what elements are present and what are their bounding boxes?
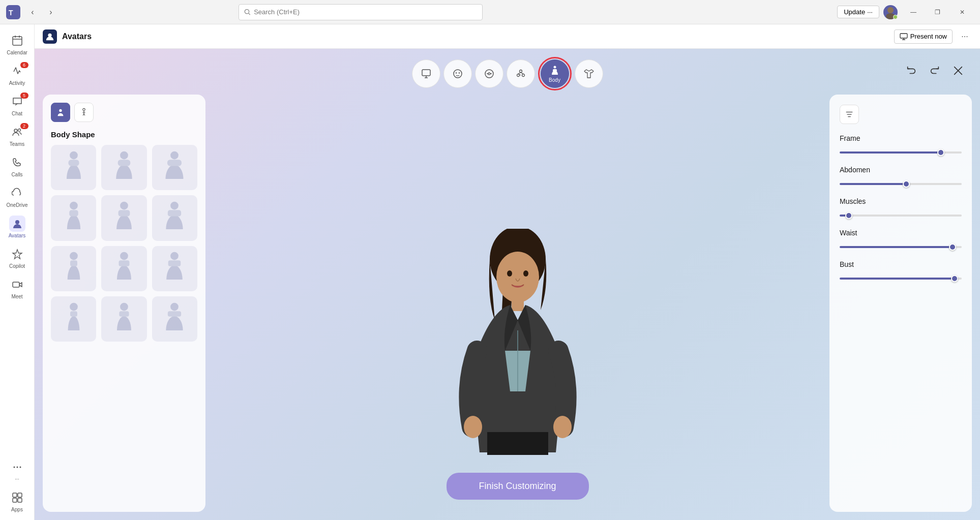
waist-slider[interactable] bbox=[840, 246, 962, 248]
muscles-slider[interactable] bbox=[840, 215, 962, 217]
svg-point-4 bbox=[887, 7, 894, 13]
sidebar-item-copilot[interactable]: Copilot bbox=[2, 242, 33, 272]
body-shape-5[interactable] bbox=[101, 195, 146, 240]
update-button[interactable]: Update ··· bbox=[837, 6, 879, 18]
sidebar-item-copilot-label: Copilot bbox=[9, 263, 25, 269]
back-button[interactable]: ‹ bbox=[24, 4, 41, 20]
svg-point-28 bbox=[488, 73, 490, 75]
face-icon bbox=[452, 68, 463, 79]
body-shape-9[interactable] bbox=[152, 246, 197, 291]
svg-point-54 bbox=[170, 252, 179, 260]
svg-text:T: T bbox=[9, 9, 13, 17]
sidebar-item-calls[interactable]: Calls bbox=[2, 150, 33, 181]
svg-rect-23 bbox=[422, 70, 430, 76]
svg-point-10 bbox=[14, 129, 17, 132]
apps-icon bbox=[9, 490, 25, 506]
bust-slider[interactable] bbox=[840, 278, 962, 280]
tab-body-pose[interactable] bbox=[74, 103, 94, 122]
svg-point-42 bbox=[170, 151, 179, 159]
body-shape-8[interactable] bbox=[101, 246, 146, 291]
tool-face-button[interactable] bbox=[443, 59, 472, 88]
sidebar-item-avatars[interactable]: Avatars bbox=[2, 211, 33, 242]
sidebar-item-calendar[interactable]: Calendar bbox=[2, 28, 33, 59]
body-shape-4[interactable] bbox=[51, 195, 96, 240]
present-icon bbox=[900, 33, 908, 41]
sidebar-item-more[interactable]: ··· bbox=[2, 455, 33, 485]
svg-point-31 bbox=[522, 74, 524, 77]
left-panel: Body Shape bbox=[43, 95, 205, 512]
body-shape-12[interactable] bbox=[152, 296, 197, 342]
copilot-icon bbox=[9, 246, 25, 262]
body-shape-10[interactable] bbox=[51, 296, 96, 342]
svg-rect-43 bbox=[167, 160, 182, 166]
body-shape-11[interactable] bbox=[101, 296, 146, 342]
frame-label: Frame bbox=[840, 134, 962, 142]
waist-slider-group: Waist bbox=[840, 229, 962, 250]
sidebar-item-more-label: ··· bbox=[15, 476, 19, 482]
svg-rect-13 bbox=[13, 282, 19, 287]
svg-rect-47 bbox=[118, 210, 130, 216]
sidebar-item-onedrive-label: OneDrive bbox=[6, 202, 27, 208]
present-now-button[interactable]: Present now bbox=[894, 29, 953, 44]
sidebar-item-apps[interactable]: Apps bbox=[2, 485, 33, 516]
svg-point-2 bbox=[245, 9, 249, 13]
undo-button[interactable] bbox=[902, 61, 921, 80]
sidebar-item-apps-label: Apps bbox=[11, 507, 23, 512]
close-editor-icon bbox=[953, 65, 964, 76]
body-shape-3[interactable] bbox=[152, 145, 197, 190]
onedrive-icon bbox=[9, 185, 25, 201]
avatar-figure bbox=[447, 229, 589, 473]
tool-body-button[interactable]: Body bbox=[541, 59, 569, 88]
svg-point-65 bbox=[523, 270, 528, 277]
sidebar-item-activity[interactable]: 6 Activity bbox=[2, 59, 33, 89]
app-more-button[interactable]: ··· bbox=[958, 29, 972, 44]
panel-filter-button[interactable] bbox=[840, 105, 859, 124]
accessories-icon bbox=[484, 68, 495, 79]
avatars-app-icon bbox=[43, 29, 57, 44]
sidebar-item-meet[interactable]: Meet bbox=[2, 272, 33, 303]
minimize-button[interactable]: — bbox=[902, 4, 925, 20]
sidebar-item-calendar-label: Calendar bbox=[7, 50, 27, 55]
finish-customizing-button[interactable]: Finish Customizing bbox=[447, 473, 589, 500]
body-shape-grid bbox=[51, 145, 197, 342]
forward-button[interactable]: › bbox=[43, 4, 59, 20]
body-tool-selected-wrap: Body bbox=[538, 57, 572, 90]
svg-rect-53 bbox=[118, 261, 129, 266]
maximize-button[interactable]: ❐ bbox=[926, 4, 949, 20]
body-shape-7[interactable] bbox=[51, 246, 96, 291]
tool-style-button[interactable] bbox=[507, 59, 535, 88]
svg-point-52 bbox=[120, 252, 128, 260]
body-shape-1[interactable] bbox=[51, 145, 96, 190]
svg-rect-49 bbox=[168, 210, 181, 216]
body-shape-6[interactable] bbox=[152, 195, 197, 240]
body-shape-2[interactable] bbox=[101, 145, 146, 190]
style-icon bbox=[515, 68, 526, 79]
sidebar-item-teams[interactable]: 2 Teams bbox=[2, 120, 33, 150]
sidebar: Calendar 6 Activity 5 Chat 2 Teams bbox=[0, 24, 35, 520]
sidebar-item-chat[interactable]: 5 Chat bbox=[2, 89, 33, 120]
search-input[interactable] bbox=[254, 8, 477, 16]
abdomen-slider[interactable] bbox=[840, 183, 962, 185]
bust-label: Bust bbox=[840, 260, 962, 268]
tab-body-shape[interactable] bbox=[51, 103, 70, 122]
close-editor-button[interactable] bbox=[948, 61, 968, 80]
svg-point-37 bbox=[83, 108, 85, 111]
svg-rect-33 bbox=[553, 69, 557, 72]
user-avatar bbox=[883, 5, 898, 19]
tool-gesture-button[interactable] bbox=[412, 59, 440, 88]
redo-button[interactable] bbox=[925, 61, 944, 80]
right-panel: Frame Abdomen Muscles bbox=[829, 95, 972, 512]
bust-slider-group: Bust bbox=[840, 260, 962, 282]
body-pose-icon bbox=[79, 108, 88, 117]
body-tool-label: Body bbox=[549, 77, 560, 83]
tool-accessories-button[interactable] bbox=[475, 59, 503, 88]
close-button[interactable]: ✕ bbox=[951, 4, 974, 20]
search-bar[interactable] bbox=[239, 4, 483, 20]
search-icon bbox=[244, 9, 251, 16]
svg-point-68 bbox=[553, 416, 572, 438]
frame-slider[interactable] bbox=[840, 151, 962, 154]
sidebar-item-onedrive[interactable]: OneDrive bbox=[2, 181, 33, 211]
tool-clothing-button[interactable] bbox=[575, 59, 603, 88]
svg-point-67 bbox=[464, 416, 482, 438]
svg-rect-61 bbox=[168, 311, 181, 317]
